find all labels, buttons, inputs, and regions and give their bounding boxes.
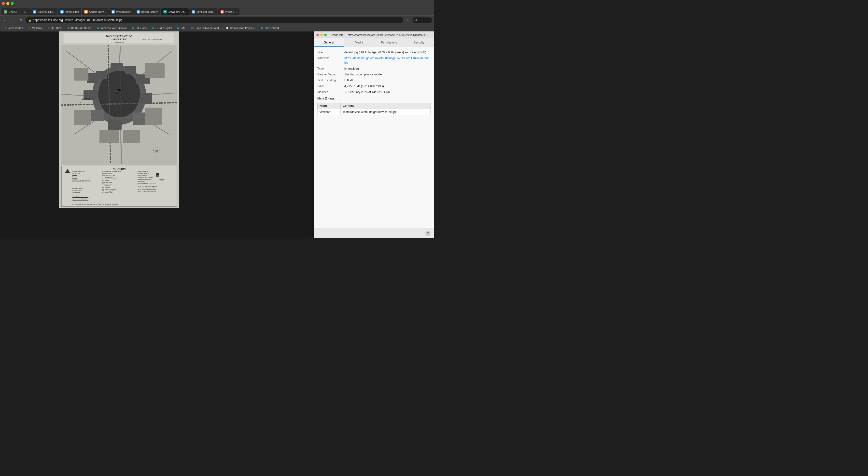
svg-text:NOTATION: NOTATION xyxy=(113,167,126,170)
tab-welsh[interactable]: 📄 Welsh P... xyxy=(218,8,240,15)
info-row-render-mode: Render Mode: Standards compliance mode xyxy=(317,72,431,76)
panel-footer: ? xyxy=(314,228,434,238)
bookmark-amazon-aws[interactable]: 🌐 Amazon Web Service xyxy=(95,25,129,31)
bookmark-most-visited[interactable]: ★ Most Visited xyxy=(2,25,25,31)
svg-text:PF — playing fields: PF — playing fields xyxy=(102,192,113,193)
help-button[interactable]: ? xyxy=(425,231,431,236)
tab-british-library[interactable]: 📄 British Library xyxy=(134,8,160,15)
gdmr-icon: 🌐 xyxy=(151,26,154,30)
bookmark-borth-surf[interactable]: 🌐 Borth Surf Report xyxy=(65,25,94,31)
svg-text:roads are shown diagrammatical: roads are shown diagrammatically xyxy=(137,187,154,189)
bookmark-one-network[interactable]: 🌐 one.network xyxy=(258,25,281,31)
forward-button[interactable]: → xyxy=(10,17,16,23)
svg-text:Trunk Roads ——: Trunk Roads —— xyxy=(72,195,82,197)
tab-simplest[interactable]: 📄 Simplest Man... xyxy=(189,8,218,15)
svg-rect-28 xyxy=(91,110,104,121)
svg-text:Sewage disposal works—: Sewage disposal works— xyxy=(137,179,152,180)
meta-col-content: Content xyxy=(341,103,431,109)
title-bar xyxy=(0,0,434,7)
maximize-button[interactable] xyxy=(11,2,14,5)
tab-favicon-welsh: 📄 xyxy=(221,10,224,13)
search-field[interactable]: iiif... xyxy=(414,19,419,22)
info-label-size: Size: xyxy=(317,84,344,88)
info-row-type: Type: image/jpeg xyxy=(317,66,431,71)
bookmark-my-drive[interactable]: ▲ My Drive xyxy=(26,25,44,31)
info-value-address[interactable]: https://damsssl.llgc.org.uk/iiif/2.0/ima… xyxy=(344,56,431,65)
bookmark-sas[interactable]: 🌐 SAS xyxy=(175,25,188,31)
info-row-encoding: Text Encoding: UTF-8 xyxy=(317,78,431,83)
svg-rect-34 xyxy=(145,107,162,125)
svg-text:SA — statutory allotments: SA — statutory allotments xyxy=(102,188,116,190)
tab-presentation[interactable]: 📄 Presentation xyxy=(109,8,134,15)
svg-rect-30 xyxy=(87,73,98,83)
svg-text:5 — other school or college: 5 — other school or college xyxy=(102,178,117,180)
svg-text:Areas for deposit of refuse—: Areas for deposit of refuse— xyxy=(137,177,153,178)
tab-permissions[interactable]: Permissions xyxy=(374,38,404,47)
svg-text:NOTE:- Trunk roads and princip: NOTE:- Trunk roads and principal traffic xyxy=(137,186,157,187)
drive-icon: ▲ xyxy=(28,26,31,30)
svg-rect-35 xyxy=(99,130,119,143)
svg-rect-32 xyxy=(74,110,91,125)
svg-text:UR...: UR... xyxy=(79,101,83,104)
info-label-type: Type: xyxy=(317,66,344,71)
map-image: TOWN PLANNING ACT, 1947 OSWESTRY TOWN MA… xyxy=(59,31,179,208)
svg-rect-81 xyxy=(160,179,164,180)
tab-media[interactable]: Media xyxy=(344,38,374,47)
info-value-modified: 17 February 2025 at 14:56:58 GMT xyxy=(344,90,391,94)
bookmark-gdmr[interactable]: 🌐 GDMR Digital xyxy=(149,25,174,31)
svg-text:width of any existing or propo: width of any existing or proposed road xyxy=(137,191,156,192)
close-button[interactable] xyxy=(2,2,5,5)
svg-rect-40 xyxy=(120,94,122,96)
minimize-button[interactable] xyxy=(6,2,9,5)
svg-text:...areas in acres: ...areas in acres xyxy=(72,189,81,191)
svg-text:SD: SD xyxy=(155,150,158,152)
info-label-title: Title: xyxy=(317,50,344,55)
reload-button[interactable]: ↻ xyxy=(18,17,24,23)
bookmark-iiif-drive[interactable]: ▲ IIIF Drive xyxy=(45,25,64,31)
info-row-size: Size: 4,995.01 kB (5,114,890 bytes) xyxy=(317,84,431,88)
tab-general[interactable]: General xyxy=(314,38,344,47)
tab-introduction[interactable]: 📄 Introduction xyxy=(58,8,81,15)
sas-icon: 🌐 xyxy=(176,26,180,30)
svg-text:Areas for groups of buildings : Areas for groups of buildings for xyxy=(72,179,90,181)
panel-close-button[interactable] xyxy=(316,34,319,36)
svg-text:N.R.A........: N.R.A........ xyxy=(156,41,162,42)
svg-rect-33 xyxy=(145,63,164,78)
tab-favicon-national-lib: 📄 xyxy=(33,10,36,13)
bookmark-competition[interactable]: 📋 Competition Papers... xyxy=(223,25,258,31)
meta-row-viewport: viewport width=device-width; height=devi… xyxy=(317,109,431,115)
tab-chatgpt[interactable]: 🤖 ChatGPT – III... xyxy=(1,8,30,15)
info-label-modified: Modified: xyxy=(317,90,344,94)
info-value-type: image/jpeg xyxy=(344,66,359,71)
back-button[interactable]: ← xyxy=(2,17,8,23)
aws-icon: 🌐 xyxy=(96,26,100,30)
svg-text:Areas primarily for—: Areas primarily for— xyxy=(72,171,85,172)
svg-text:Schools & other establishments: Schools & other establishments xyxy=(102,171,121,172)
tab-favicon-oswestry: 🗺 xyxy=(163,10,167,13)
address-bar[interactable]: 🔒 https://damsssl.llgc.org.uk/iiif/2.0/i… xyxy=(26,17,403,23)
iiif-docs-icon: 🌐 xyxy=(131,26,135,30)
iiif-drive-icon: ▲ xyxy=(47,26,50,30)
info-value-encoding: UTF-8 xyxy=(344,78,353,83)
bookmark-time-converter[interactable]: 🌐 Time Converter and... xyxy=(189,25,223,31)
svg-text:P — primary school: P — primary school xyxy=(102,176,113,178)
bookmark-iiif-docs[interactable]: 🌐 IIIF Docs xyxy=(129,25,149,31)
tab-favicon-introduction: 📄 xyxy=(60,10,64,13)
tab-security[interactable]: Security xyxy=(404,38,434,47)
panel-content: Title: default.jpg (JPEG Image, 4470 × 6… xyxy=(314,47,434,228)
svg-text:Industrial use: Industrial use xyxy=(72,173,80,174)
tab-national-lib[interactable]: 📄 National Libr... xyxy=(30,8,57,15)
panel-minimize-button[interactable] xyxy=(320,34,323,36)
svg-rect-41 xyxy=(118,89,121,91)
info-row-modified: Modified: 17 February 2025 at 14:56:58 G… xyxy=(317,90,431,94)
info-label-address: Address: xyxy=(317,56,344,65)
svg-text:NG — nursery gardens: NG — nursery gardens xyxy=(102,190,115,192)
svg-text:Civic, cultural or other speci: Civic, cultural or other special use xyxy=(72,181,91,183)
panel-maximize-button[interactable] xyxy=(324,34,327,36)
tab-oswestry[interactable]: 🗺 [Oswestry De... xyxy=(161,8,189,15)
meta-col-name: Name xyxy=(317,103,341,109)
tab-adding-nlw[interactable]: 📄 Adding NLW... xyxy=(82,8,108,15)
bookmark-button[interactable]: ☆ xyxy=(405,17,411,23)
panel-tabs: General Media Permissions Security xyxy=(314,38,434,47)
svg-rect-31 xyxy=(74,68,88,81)
